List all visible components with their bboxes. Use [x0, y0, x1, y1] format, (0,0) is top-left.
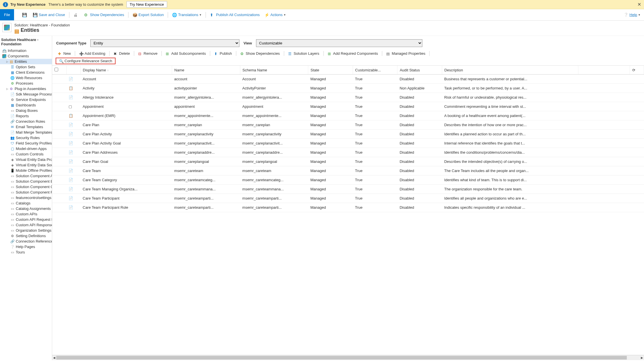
try-experience-button[interactable]: Try New Experience — [126, 1, 167, 8]
add-subcomponents-button[interactable]: ⊞Add Subcomponents — [163, 50, 208, 56]
col-state[interactable]: State — [308, 66, 353, 75]
table-row[interactable]: 📄Care Team Categorymsemr_careteamcateg..… — [52, 175, 644, 185]
sidebar-solution-component-a[interactable]: ▭Solution Component A... — [0, 173, 52, 179]
show-dependencies-button[interactable]: ⚙Show Dependencies — [82, 9, 126, 20]
component-type-select[interactable]: Entity — [90, 39, 239, 47]
table-row[interactable]: 📄Care Teammsemr_careteammsemr_careteamMa… — [52, 166, 644, 175]
actions-menu[interactable]: ⚡Actions▼ — [262, 9, 288, 20]
row-checkbox[interactable] — [52, 93, 66, 102]
table-row[interactable]: 📄Care Planmsemr_careplanmsemr_careplanMa… — [52, 120, 644, 130]
solution-layers-button[interactable]: ☰Solution Layers — [286, 50, 322, 56]
row-checkbox[interactable] — [52, 130, 66, 139]
configure-relevance-search-button[interactable]: 🔍Configure Relevance Search — [56, 58, 116, 64]
row-checkbox[interactable] — [52, 203, 66, 212]
new-button[interactable]: ✚New — [56, 50, 73, 56]
show-dependencies-action[interactable]: ⚙Show Dependencies — [238, 50, 282, 56]
refresh-button[interactable]: ⟳ — [630, 66, 644, 75]
sidebar-option-sets[interactable]: ☰Option Sets — [0, 64, 52, 70]
row-checkbox[interactable] — [52, 175, 66, 185]
sidebar-field-security[interactable]: 🛡Field Security Profiles — [0, 140, 52, 146]
sidebar-custom-controls[interactable]: ▭Custom Controls — [0, 151, 52, 157]
sidebar-components[interactable]: Components — [0, 53, 52, 59]
sidebar-web-resources[interactable]: 🌐Web Resources — [0, 75, 52, 81]
save-button[interactable]: 💾 — [20, 9, 30, 20]
sidebar-custom-api-req[interactable]: ▭Custom API Request Pa... — [0, 217, 52, 222]
row-checkbox[interactable] — [52, 166, 66, 175]
export-solution-button[interactable]: 📦Export Solution — [130, 9, 166, 20]
sidebar-plugin-assemblies[interactable]: ▷⚙Plug-in Assemblies — [0, 86, 52, 91]
file-menu[interactable]: File — [0, 9, 14, 20]
col-schema-name[interactable]: Schema Name — [240, 66, 308, 75]
col-display-name[interactable]: Display Name↑ — [80, 66, 172, 75]
sidebar-solution-component-r[interactable]: ▭Solution Component R... — [0, 190, 52, 195]
sidebar-virtual-entity-sources[interactable]: ◈Virtual Entity Data Sour... — [0, 162, 52, 168]
sidebar-sdk-message[interactable]: 📄Sdk Message Processin... — [0, 91, 52, 97]
sidebar-catalog-assignments[interactable]: ▭Catalog Assignments — [0, 206, 52, 211]
sidebar-mail-merge[interactable]: 📄Mail Merge Templates — [0, 130, 52, 135]
sidebar-client-extensions[interactable]: ▦Client Extensions — [0, 70, 52, 75]
print-button[interactable]: 🖨 — [71, 9, 82, 20]
sidebar[interactable]: Solution Healthcare - Foundation 📇Inform… — [0, 36, 52, 360]
select-all-checkbox[interactable] — [52, 66, 66, 75]
col-audit-status[interactable]: Audit Status — [397, 66, 442, 75]
sidebar-dialog-boxes[interactable]: ▭Dialog Boxes — [0, 108, 52, 113]
col-customizable[interactable]: Customizable... — [353, 66, 397, 75]
table-row[interactable]: 📄Care Plan Activity Goalmsemr_careplanac… — [52, 139, 644, 148]
table-row[interactable]: 📄Care Plan Goalmsemr_careplangoalmsemr_c… — [52, 157, 644, 166]
table-row[interactable]: ▢AppointmentappointmentAppointmentManage… — [52, 102, 644, 111]
add-existing-button[interactable]: ➕Add Existing — [77, 50, 108, 56]
scroll-left-icon[interactable]: ◀ — [52, 355, 56, 360]
publish-button[interactable]: ⬆Publish — [212, 50, 234, 56]
col-name[interactable]: Name — [172, 66, 240, 75]
expand-icon[interactable]: ▷ — [6, 87, 9, 90]
sidebar-processes[interactable]: ⚙Processes — [0, 81, 52, 86]
sidebar-setting-definitions[interactable]: ⚙Setting Definitions — [0, 233, 52, 239]
translations-menu[interactable]: 🌐Translations▼ — [170, 9, 204, 20]
table-row[interactable]: 📋ActivityactivitypointerActivityPointerM… — [52, 84, 644, 93]
sidebar-entities[interactable]: ▷▤Entities — [0, 59, 52, 64]
sidebar-solution-component-c[interactable]: ▭Solution Component C... — [0, 184, 52, 190]
sidebar-resize-grip[interactable]: ⋮ — [52, 194, 52, 202]
row-checkbox[interactable] — [52, 185, 66, 194]
sidebar-virtual-entity-providers[interactable]: ◈Virtual Entity Data Prov... — [0, 157, 52, 162]
sidebar-connection-references[interactable]: 🔗Connection References — [0, 239, 52, 244]
close-banner-icon[interactable]: ✕ — [637, 2, 641, 7]
row-checkbox[interactable] — [52, 148, 66, 157]
sidebar-connection-roles[interactable]: 🔗Connection Roles — [0, 119, 52, 124]
sidebar-organization-settings[interactable]: ▭Organization Settings — [0, 228, 52, 233]
sidebar-mobile-offline[interactable]: 📱Mobile Offline Profiles — [0, 168, 52, 173]
sidebar-catalogs[interactable]: ▭Catalogs — [0, 200, 52, 206]
expand-icon[interactable]: ▷ — [6, 60, 9, 63]
row-checkbox[interactable] — [52, 75, 66, 84]
row-checkbox[interactable] — [52, 102, 66, 111]
managed-properties-button[interactable]: ▤Managed Properties — [384, 50, 428, 56]
sidebar-email-templates[interactable]: ✉Email Templates — [0, 124, 52, 130]
sidebar-information[interactable]: 📇Information — [0, 48, 52, 53]
help-link[interactable]: ❔Help▼ — [624, 13, 644, 17]
row-checkbox[interactable] — [52, 111, 66, 120]
table-row[interactable]: 📄Care Plan Activitymsemr_careplanactivit… — [52, 130, 644, 139]
table-row[interactable]: 📄Care Team Participant Rolemsemr_caretea… — [52, 203, 644, 212]
row-checkbox[interactable] — [52, 194, 66, 203]
sidebar-model-driven-apps[interactable]: ▢Model-driven Apps — [0, 146, 52, 151]
table-row[interactable]: 📄Allergy Intolerancemsemr_allergyintoler… — [52, 93, 644, 102]
sidebar-custom-apis[interactable]: ▭Custom APIs — [0, 211, 52, 217]
entity-grid[interactable]: Display Name↑ Name Schema Name State Cus… — [52, 66, 644, 355]
view-select[interactable]: Customizable — [256, 39, 422, 47]
sidebar-feature-settings[interactable]: ▭featurecontrolsettings — [0, 195, 52, 200]
sidebar-dashboards[interactable]: ▦Dashboards — [0, 102, 52, 108]
col-description[interactable]: Description — [442, 66, 578, 75]
publish-all-button[interactable]: ⬆Publish All Customizations — [208, 9, 262, 20]
scroll-right-icon[interactable]: ▶ — [640, 355, 644, 360]
sidebar-help-pages[interactable]: ❔Help Pages — [0, 244, 52, 249]
sidebar-solution-component-b[interactable]: ▭Solution Component B... — [0, 179, 52, 184]
row-checkbox[interactable] — [52, 84, 66, 93]
table-row[interactable]: 📄Care Team Managing Organiza...msemr_car… — [52, 185, 644, 194]
delete-button[interactable]: ✖Delete — [111, 50, 132, 56]
save-and-close-button[interactable]: 💾Save and Close — [30, 9, 67, 20]
sidebar-service-endpoints[interactable]: ⚙Service Endpoints — [0, 97, 52, 102]
sidebar-security-roles[interactable]: 👥Security Roles — [0, 135, 52, 140]
sidebar-reports[interactable]: 📄Reports — [0, 113, 52, 119]
table-row[interactable]: 📄AccountaccountAccountManagedTrueDisable… — [52, 75, 644, 84]
horizontal-scrollbar[interactable]: ◀ ▶ — [52, 355, 644, 360]
